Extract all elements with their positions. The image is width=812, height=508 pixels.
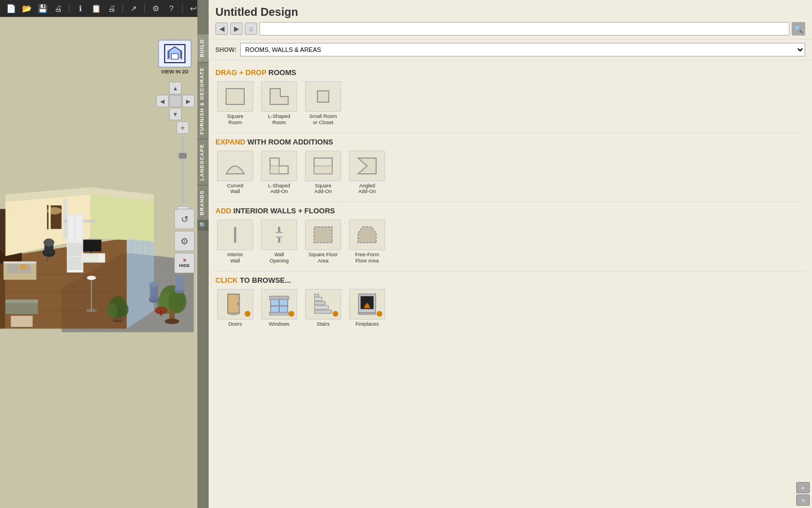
show-label: SHOW: <box>215 46 237 53</box>
info-tool[interactable]: ℹ <box>74 2 86 15</box>
show-select[interactable]: ROOMS, WALLS & AREAS <box>240 43 805 56</box>
doors-item[interactable]: Doors <box>215 289 255 327</box>
export-tool[interactable]: ↗ <box>127 2 140 15</box>
click-prefix: CLICK <box>215 276 238 284</box>
new-tool[interactable]: 📄 <box>5 2 17 15</box>
l-shaped-addon-label: L-ShapedAdd-On <box>268 183 290 195</box>
l-shaped-room-item[interactable]: L-ShapedRoom <box>259 81 299 126</box>
expand-prefix: EXPAND <box>215 138 245 146</box>
hide-button[interactable]: ✕ HIDE <box>174 253 195 273</box>
fireplaces-orange-dot <box>377 311 382 317</box>
hide-label: HIDE <box>179 263 189 268</box>
svg-rect-105 <box>315 306 329 309</box>
drag-rooms-title: DRAG + DROP ROOMS <box>215 68 805 77</box>
zoom-thumb[interactable] <box>179 153 187 159</box>
nav-center <box>169 95 182 107</box>
stairs-label: Stairs <box>316 321 329 327</box>
windows-label: Windows <box>269 321 290 327</box>
pages-tool[interactable]: 📋 <box>90 2 102 15</box>
collapse-up-button[interactable]: « <box>796 482 810 493</box>
drag-rooms-prefix: DRAG + DROP <box>215 68 266 77</box>
interior-wall-item[interactable]: InteriorWall <box>215 220 255 264</box>
interior-wall-label: InteriorWall <box>227 252 243 264</box>
square-floor-item[interactable]: Square FloorArea <box>303 220 343 264</box>
sep1 <box>69 4 69 13</box>
furnish-decorate-tab[interactable]: FURNISH & DECORATE <box>197 62 209 139</box>
print-tool[interactable]: 🖨 <box>52 2 64 15</box>
search-submit-button[interactable]: 🔍 <box>792 22 805 36</box>
svg-point-67 <box>149 282 159 287</box>
fireplaces-item[interactable]: Fireplaces <box>347 289 387 327</box>
panel-forward-button[interactable]: ▶ <box>230 23 242 35</box>
curved-wall-item[interactable]: CurvedWall <box>215 151 255 195</box>
doors-orange-dot <box>245 311 250 317</box>
sep4 <box>182 4 183 13</box>
collapse-down-button[interactable]: » <box>796 494 810 506</box>
l-shaped-addon-item[interactable]: L-ShapedAdd-On <box>259 151 299 195</box>
panel-back-button[interactable]: ◀ <box>215 23 228 35</box>
curved-wall-icon <box>217 151 253 181</box>
wall-opening-item[interactable]: WallOpening <box>259 220 299 264</box>
zoom-track <box>181 136 184 204</box>
panel-header: Untitled Design ◀ ▶ ⌂ 🔍 <box>209 0 812 40</box>
view-in-2d-button[interactable]: VIEW IN 2D <box>158 40 192 73</box>
stairs-item[interactable]: Stairs <box>303 289 343 327</box>
browse-grid: Doors Windows <box>215 289 805 327</box>
svg-rect-69 <box>175 276 183 291</box>
wall-opening-label: WallOpening <box>270 252 289 264</box>
nav-up-button[interactable]: ▲ <box>169 82 182 94</box>
view-2d-label: VIEW IN 2D <box>158 69 192 75</box>
panel-home-button[interactable]: ⌂ <box>245 23 257 35</box>
sep2 <box>122 4 123 13</box>
windows-orange-dot <box>289 311 294 317</box>
svg-rect-103 <box>270 312 289 316</box>
action-buttons: ↺ ⚙ ✕ HIDE <box>174 209 195 273</box>
free-form-floor-item[interactable]: Free-FormFloor Area <box>347 220 387 264</box>
side-search-button[interactable]: 🔍 <box>197 220 209 231</box>
open-tool[interactable]: 📂 <box>20 2 33 15</box>
curved-wall-label: CurvedWall <box>227 183 243 195</box>
doors-icon <box>217 289 253 319</box>
square-addon-icon <box>305 151 341 181</box>
divider-2 <box>215 202 805 202</box>
print2-tool[interactable]: 🖨 <box>105 2 118 15</box>
svg-rect-39 <box>83 240 101 252</box>
free-form-floor-label: Free-FormFloor Area <box>355 252 379 264</box>
svg-rect-42 <box>82 255 90 262</box>
svg-rect-111 <box>359 312 376 314</box>
landscape-tab[interactable]: LANDSCAPE <box>197 139 209 185</box>
rotate-button[interactable]: ↺ <box>174 209 195 229</box>
angled-addon-item[interactable]: AngledAdd-On <box>347 151 387 195</box>
square-room-label: SquareRoom <box>227 113 243 126</box>
drag-rooms-grid: SquareRoom L-ShapedRoom Small Roomor Clo… <box>215 81 805 126</box>
svg-marker-95 <box>358 227 376 243</box>
settings-tool[interactable]: ⚙ <box>149 2 162 15</box>
square-room-item[interactable]: SquareRoom <box>215 81 255 126</box>
l-shaped-addon-icon <box>261 151 297 181</box>
svg-rect-47 <box>47 256 48 262</box>
help-tool[interactable]: ? <box>165 2 178 15</box>
divider-3 <box>215 271 805 271</box>
brands-tab[interactable]: BRANDS <box>197 185 209 220</box>
svg-rect-102 <box>270 296 289 299</box>
side-tabs: BUILD FURNISH & DECORATE LANDSCAPE BRAND… <box>197 0 209 508</box>
small-room-item[interactable]: Small Roomor Closet <box>303 81 343 126</box>
nav-right-button[interactable]: ▶ <box>182 95 195 107</box>
zoom-control: + − <box>176 121 189 218</box>
svg-point-75 <box>19 264 28 270</box>
zoom-in-button[interactable]: + <box>176 121 189 134</box>
svg-marker-82 <box>270 89 288 104</box>
nav-left-button[interactable]: ◀ <box>156 95 169 107</box>
square-addon-item[interactable]: SquareAdd-On <box>303 151 343 195</box>
settings-button[interactable]: ⚙ <box>174 231 195 251</box>
square-addon-label: SquareAdd-On <box>314 183 332 195</box>
windows-item[interactable]: Windows <box>259 289 299 327</box>
svg-marker-88 <box>358 158 376 174</box>
nav-down-button[interactable]: ▼ <box>169 108 182 120</box>
svg-point-58 <box>107 303 117 318</box>
sep3 <box>144 4 145 13</box>
square-floor-icon <box>305 220 341 250</box>
build-tab[interactable]: BUILD <box>197 34 209 62</box>
save-tool[interactable]: 💾 <box>36 2 48 15</box>
search-input[interactable] <box>259 22 789 36</box>
